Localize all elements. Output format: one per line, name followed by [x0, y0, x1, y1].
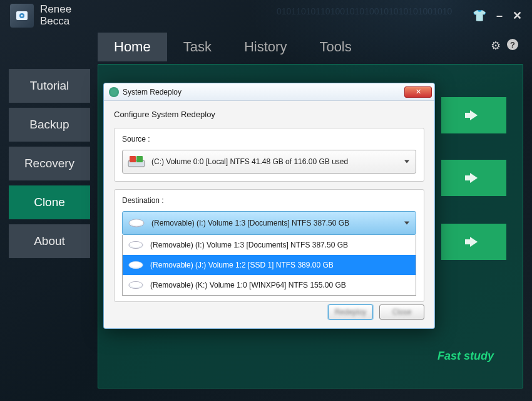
- arrow-right-icon: [470, 173, 478, 183]
- gear-icon[interactable]: ⚙: [491, 39, 501, 53]
- destination-option-2[interactable]: (Removable) (K:) Volume 1:0 [WINXP64] NT…: [123, 275, 416, 295]
- source-combo[interactable]: (C:) Volume 0:0 [Local] NTFS 41.48 GB of…: [122, 150, 416, 174]
- destination-combo[interactable]: (Removable) (I:) Volume 1:3 [Documents] …: [122, 211, 416, 235]
- dialog-titlebar[interactable]: System Redeploy ✕: [104, 83, 434, 101]
- sidebar-item-recovery[interactable]: Recovery: [9, 147, 90, 180]
- sidebar-item-clone[interactable]: Clone: [9, 185, 90, 219]
- tab-history[interactable]: History: [228, 33, 303, 61]
- dialog-title-icon: [109, 87, 119, 97]
- dialog-close-button[interactable]: ✕: [404, 86, 432, 98]
- system-redeploy-dialog: System Redeploy ✕ Configure System Redep…: [103, 83, 435, 329]
- svg-point-2: [21, 15, 23, 17]
- dialog-close-text-button[interactable]: Close: [379, 305, 424, 320]
- svg-point-9: [130, 242, 142, 247]
- close-button[interactable]: ✕: [513, 9, 522, 23]
- svg-rect-5: [136, 156, 143, 162]
- dialog-heading: Configure System Redeploy: [114, 110, 424, 119]
- arrow-right-icon: [470, 237, 478, 247]
- svg-point-13: [130, 282, 142, 287]
- chevron-down-icon: [404, 222, 409, 225]
- action-button-1[interactable]: [441, 97, 506, 133]
- dialog-title: System Redeploy: [123, 88, 182, 96]
- svg-rect-4: [130, 156, 136, 162]
- removable-drive-icon: [128, 260, 144, 270]
- arrow-right-icon: [470, 110, 478, 120]
- action-button-3[interactable]: [441, 224, 506, 260]
- sidebar-item-backup[interactable]: Backup: [9, 108, 90, 142]
- windows-drive-icon: [128, 155, 145, 168]
- help-icon[interactable]: ?: [507, 39, 518, 50]
- action-button-2[interactable]: [441, 160, 506, 196]
- source-value: (C:) Volume 0:0 [Local] NTFS 41.48 GB of…: [151, 157, 348, 166]
- app-icon: [10, 4, 34, 28]
- destination-dropdown: (Removable) (I:) Volume 1:3 [Documents] …: [122, 235, 416, 296]
- tab-tools[interactable]: Tools: [303, 33, 367, 61]
- source-group: Source : (C:) Volume 0:0 [Local] NTFS 41…: [114, 128, 424, 182]
- removable-drive-icon: [128, 217, 145, 229]
- destination-label: Destination :: [122, 196, 416, 205]
- source-label: Source :: [122, 135, 416, 143]
- fast-study-link[interactable]: Fast study: [437, 350, 494, 363]
- sidebar-item-tutorial[interactable]: Tutorial: [9, 69, 90, 103]
- destination-option-0[interactable]: (Removable) (I:) Volume 1:3 [Documents] …: [123, 235, 416, 255]
- minimize-button[interactable]: –: [496, 9, 503, 23]
- main-tabs: Home Task History Tools: [98, 33, 368, 61]
- destination-group: Destination : (Removable) (I:) Volume 1:…: [114, 189, 424, 302]
- destination-option-1[interactable]: (Removable) (J:) Volume 1:2 [SSD 1] NTFS…: [123, 255, 416, 275]
- redeploy-button[interactable]: Redeploy: [328, 305, 373, 320]
- tab-home[interactable]: Home: [98, 33, 167, 61]
- sidebar-item-about[interactable]: About: [9, 224, 90, 258]
- shirt-icon[interactable]: 👕: [473, 9, 486, 23]
- chevron-down-icon: [404, 160, 409, 164]
- removable-drive-icon: [128, 240, 144, 250]
- removable-drive-icon: [128, 280, 144, 290]
- tab-task[interactable]: Task: [167, 33, 228, 61]
- app-title: Renee Becca: [40, 4, 71, 27]
- svg-point-7: [130, 220, 143, 226]
- destination-selected-value: (Removable) (I:) Volume 1:3 [Documents] …: [151, 219, 349, 227]
- svg-point-11: [130, 262, 142, 267]
- titlebar: Renee Becca 👕 – ✕: [0, 0, 532, 31]
- sidebar: Tutorial Backup Recovery Clone About: [9, 69, 90, 263]
